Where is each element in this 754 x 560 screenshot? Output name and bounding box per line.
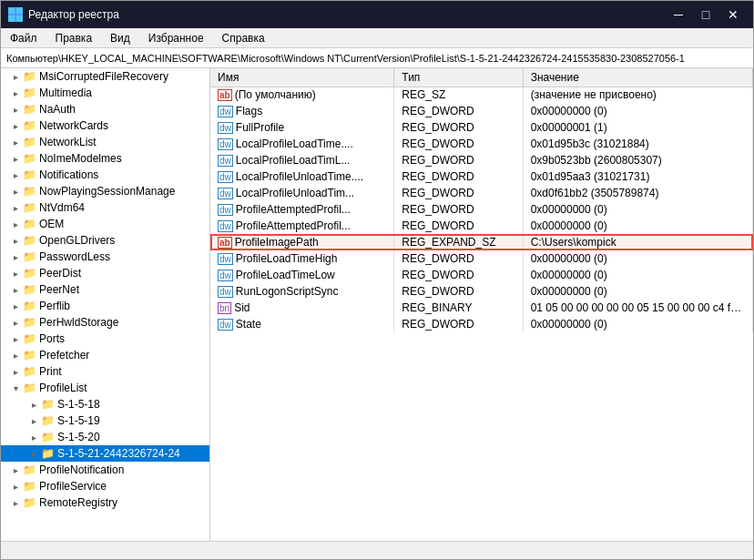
folder-icon: 📁 [41, 431, 55, 443]
table-row[interactable]: dwLocalProfileUnloadTim...REG_DWORD0xd0f… [210, 185, 753, 201]
tree-item-label: S-1-5-19 [57, 414, 100, 427]
sidebar-item[interactable]: ▸📁Ports [1, 331, 209, 347]
reg-name: dwProfileLoadTimeLow [210, 267, 394, 283]
table-row[interactable]: abProfileImagePathREG_EXPAND_SZC:\Users\… [210, 234, 753, 250]
table-row[interactable]: dwFullProfileREG_DWORD0x00000001 (1) [210, 119, 753, 136]
menu-item-файл[interactable]: Файл [1, 28, 46, 47]
reg-name: dwFlags [210, 103, 394, 119]
tree-item-label: OEM [39, 218, 64, 230]
expand-icon: ▸ [8, 367, 23, 377]
table-row[interactable]: dwProfileAttemptedProfil...REG_DWORD0x00… [210, 218, 753, 234]
table-row[interactable]: bnSidREG_BINARY01 05 00 00 00 00 00 05 1… [210, 300, 753, 316]
reg-value: 0x00000000 (0) [523, 316, 752, 332]
table-row[interactable]: dwStateREG_DWORD0x00000000 (0) [210, 316, 753, 332]
col-name[interactable]: Имя [210, 68, 394, 87]
folder-icon: 📁 [23, 168, 36, 181]
folder-icon: 📁 [23, 332, 36, 345]
status-bar [1, 541, 753, 559]
sidebar-item[interactable]: ▸📁Perflib [1, 298, 209, 314]
sidebar-item[interactable]: ▸📁S-1-5-20 [1, 429, 209, 445]
sidebar-item[interactable]: ▸📁OEM [1, 216, 209, 232]
table-row[interactable]: ab(По умолчанию)REG_SZ(значение не присв… [210, 87, 753, 103]
table-row[interactable]: dwLocalProfileUnloadTime....REG_DWORD0x0… [210, 168, 753, 185]
sidebar-item[interactable]: ▸📁PeerDist [1, 265, 209, 281]
sidebar-item[interactable]: ▸📁ProfileService [1, 478, 209, 494]
sidebar-item[interactable]: ▸📁RemoteRegistry [1, 494, 209, 511]
sidebar-item[interactable]: ▸📁OpenGLDrivers [1, 232, 209, 249]
tree-item-label: NetworkCards [39, 119, 108, 132]
reg-type: REG_BINARY [394, 300, 523, 316]
reg-value: 0x00000000 (0) [523, 267, 752, 283]
tree-item-label: Ports [39, 332, 65, 345]
minimize-button[interactable]: ─ [666, 5, 691, 24]
reg-value: 0xd0f61bb2 (3505789874) [523, 185, 752, 201]
sidebar-item[interactable]: ▸📁NetworkList [1, 134, 209, 150]
col-type[interactable]: Тип [394, 68, 523, 87]
reg-name: dwLocalProfileLoadTime.... [210, 136, 394, 152]
sidebar-item[interactable]: ▸📁ProfileNotification [1, 462, 209, 478]
tree-item-label: S-1-5-21-2442326724-24 [57, 447, 180, 460]
reg-type: REG_SZ [394, 87, 523, 103]
table-row[interactable]: dwRunLogonScriptSyncREG_DWORD0x00000000 … [210, 283, 753, 300]
table-body: ab(По умолчанию)REG_SZ(значение не присв… [210, 87, 753, 332]
table-row[interactable]: dwLocalProfileLoadTimL...REG_DWORD0x9b05… [210, 152, 753, 168]
sidebar-item[interactable]: ▾📁ProfileList [1, 380, 209, 396]
svg-rect-2 [8, 15, 15, 22]
reg-type: REG_DWORD [394, 250, 523, 267]
folder-icon: 📁 [23, 218, 36, 230]
sidebar-item[interactable]: ▸📁PeerNet [1, 281, 209, 298]
menu-item-вид[interactable]: Вид [101, 28, 139, 47]
table-row[interactable]: dwLocalProfileLoadTime....REG_DWORD0x01d… [210, 136, 753, 152]
reg-name: dwLocalProfileUnloadTim... [210, 185, 394, 201]
tree-item-label: S-1-5-18 [57, 398, 100, 411]
tree-item-label: NtVdm64 [39, 201, 85, 214]
expand-icon: ▸ [8, 301, 23, 311]
menu-item-справка[interactable]: Справка [213, 28, 274, 47]
sidebar-item[interactable]: ▸📁NetworkCards [1, 117, 209, 134]
col-value[interactable]: Значение [523, 68, 752, 87]
maximize-button[interactable]: □ [693, 5, 718, 24]
table-row[interactable]: dwFlagsREG_DWORD0x00000000 (0) [210, 103, 753, 119]
close-button[interactable]: ✕ [720, 5, 746, 24]
expand-icon: ▸ [8, 88, 23, 98]
menu-item-избранное[interactable]: Избранное [139, 28, 213, 47]
table-scroll[interactable]: Имя Тип Значение ab(По умолчанию)REG_SZ(… [210, 68, 753, 541]
table-row[interactable]: dwProfileLoadTimeHighREG_DWORD0x00000000… [210, 250, 753, 267]
sidebar-item[interactable]: ▸📁NowPlayingSessionManage [1, 183, 209, 199]
sidebar-item[interactable]: ▸📁S-1-5-18 [1, 396, 209, 412]
expand-icon: ▸ [8, 318, 23, 328]
sidebar-item[interactable]: ▸📁S-1-5-21-2442326724-24 [1, 445, 209, 462]
table-row[interactable]: dwProfileLoadTimeLowREG_DWORD0x00000000 … [210, 267, 753, 283]
reg-value: 0x9b0523bb (2600805307) [523, 152, 752, 168]
tree-item-label: Multimedia [39, 87, 92, 99]
tree-item-label: MsiCorruptedFileRecovery [39, 70, 168, 83]
menu-item-правка[interactable]: Правка [46, 28, 102, 47]
expand-icon: ▸ [8, 482, 23, 492]
sidebar-item[interactable]: ▸📁PerHwldStorage [1, 314, 209, 331]
folder-icon: 📁 [23, 382, 36, 394]
tree-item-label: Perflib [39, 300, 70, 312]
sidebar-item[interactable]: ▸📁S-1-5-19 [1, 412, 209, 429]
folder-icon: 📁 [23, 152, 36, 165]
sidebar-item[interactable]: ▸📁Notifications [1, 167, 209, 183]
sidebar-item[interactable]: ▸📁Prefetcher [1, 347, 209, 363]
folder-icon: 📁 [23, 283, 36, 296]
reg-value: 0x00000000 (0) [523, 103, 752, 119]
table-row[interactable]: dwProfileAttemptedProfil...REG_DWORD0x00… [210, 201, 753, 218]
sidebar-item[interactable]: ▸📁MsiCorruptedFileRecovery [1, 68, 209, 85]
reg-name: abProfileImagePath [210, 234, 394, 250]
reg-value: 0x00000000 (0) [523, 250, 752, 267]
sidebar-item[interactable]: ▸📁NoImeModelmes [1, 150, 209, 167]
reg-name: ab(По умолчанию) [210, 87, 394, 103]
folder-icon: 📁 [23, 300, 36, 312]
sidebar-item[interactable]: ▸📁NaAuth [1, 101, 209, 117]
sidebar-item[interactable]: ▸📁PasswordLess [1, 249, 209, 265]
tree-item-label: Notifications [39, 168, 98, 181]
tree-item-label: NaAuth [39, 103, 76, 116]
sidebar-item[interactable]: ▸📁NtVdm64 [1, 199, 209, 216]
expand-icon: ▸ [8, 154, 23, 164]
sidebar-item[interactable]: ▸📁Print [1, 363, 209, 380]
expand-icon: ▸ [8, 465, 23, 475]
sidebar[interactable]: ▸📁MsiCorruptedFileRecovery▸📁Multimedia▸📁… [1, 68, 210, 541]
sidebar-item[interactable]: ▸📁Multimedia [1, 85, 209, 101]
